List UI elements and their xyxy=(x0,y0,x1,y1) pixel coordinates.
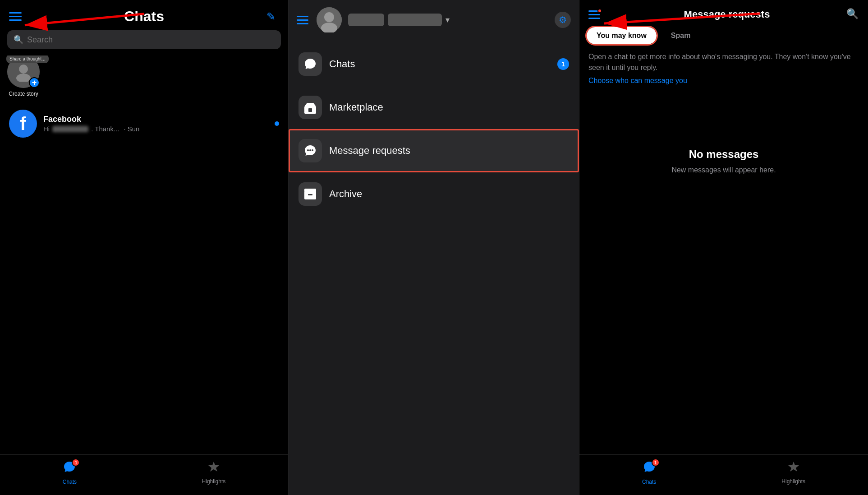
chats-menu-label: Chats xyxy=(329,58,355,70)
svg-rect-14 xyxy=(304,189,316,192)
search-input[interactable] xyxy=(27,35,275,45)
notification-dot xyxy=(597,9,602,13)
chats-nav-icon-p3: 1 xyxy=(643,460,656,477)
chats-badge-p3: 1 xyxy=(652,458,660,467)
menu-hamburger-icon[interactable] xyxy=(297,16,308,24)
tab-you-may-know[interactable]: You may know xyxy=(587,27,657,44)
nav-highlights-p3[interactable]: Highlights xyxy=(781,461,805,485)
message-requests-label: Message requests xyxy=(329,145,410,157)
page-title: Chats xyxy=(124,8,164,25)
no-messages-title: No messages xyxy=(689,148,759,161)
create-story-item[interactable]: Share a thought... + Create story xyxy=(7,56,40,97)
chats-nav-label-p3: Chats xyxy=(642,479,656,485)
chats-menu-icon xyxy=(299,52,322,76)
search-bar[interactable]: 🔍 xyxy=(7,30,281,49)
message-requests-menu-icon xyxy=(299,139,322,162)
menu-item-archive[interactable]: Archive xyxy=(289,172,579,216)
chats-badge: 1 xyxy=(72,458,80,467)
svg-point-0 xyxy=(19,65,28,74)
story-tooltip: Share a thought... xyxy=(6,56,49,63)
create-story-avatar: Share a thought... + xyxy=(7,56,40,88)
chats-nav-label: Chats xyxy=(63,479,77,485)
bottom-navigation: 1 Chats Highlights xyxy=(0,454,288,495)
archive-menu-label: Archive xyxy=(329,188,362,200)
archive-menu-icon xyxy=(299,182,322,206)
tab-spam[interactable]: Spam xyxy=(661,27,701,44)
menu-name-blocks: ▾ xyxy=(348,14,548,26)
highlights-nav-icon xyxy=(207,461,220,476)
svg-point-11 xyxy=(309,149,311,151)
dropdown-chevron[interactable]: ▾ xyxy=(445,14,450,26)
menu-panel: ▾ ⚙ Chats 1 Marketplace xyxy=(289,0,579,495)
chat-name: Facebook xyxy=(43,115,268,124)
bottom-navigation-p3: 1 Chats Highlights xyxy=(579,454,868,495)
svg-point-10 xyxy=(307,149,309,151)
story-plus-icon: + xyxy=(29,77,40,88)
chats-nav-icon: 1 xyxy=(63,460,76,477)
svg-point-1 xyxy=(16,74,31,82)
menu-header: ▾ ⚙ xyxy=(289,0,579,39)
menu-user-avatar xyxy=(317,7,342,32)
create-story-label: Create story xyxy=(9,91,38,97)
empty-state: No messages New messages will appear her… xyxy=(579,94,868,174)
choose-who-can-message-link[interactable]: Choose who can message you xyxy=(588,77,687,84)
search-icon: 🔍 xyxy=(14,35,23,45)
back-hamburger-icon[interactable] xyxy=(588,10,600,19)
menu-item-chats[interactable]: Chats 1 xyxy=(289,42,579,86)
message-requests-panel: Message requests 🔍 You may know Spam Ope… xyxy=(579,0,868,495)
compose-icon[interactable]: ✎ xyxy=(266,10,279,23)
highlights-nav-label: Highlights xyxy=(202,478,226,485)
marketplace-menu-icon xyxy=(299,96,322,119)
nav-chats[interactable]: 1 Chats xyxy=(63,460,77,485)
chat-info: Facebook Hi . Thank... · Sun xyxy=(43,115,268,133)
svg-point-6 xyxy=(324,12,334,22)
chat-list: f Facebook Hi . Thank... · Sun xyxy=(0,105,288,142)
svg-marker-16 xyxy=(788,462,799,472)
table-row[interactable]: f Facebook Hi . Thank... · Sun xyxy=(5,105,284,142)
chats-panel: Chats ✎ 🔍 Share a thought... + xyxy=(0,0,289,495)
no-messages-subtitle: New messages will appear here. xyxy=(671,166,776,174)
stories-row: Share a thought... + Create story xyxy=(0,56,288,105)
menu-item-marketplace[interactable]: Marketplace xyxy=(289,86,579,129)
avatar: f xyxy=(9,110,37,138)
name-block-2 xyxy=(388,14,442,26)
highlights-nav-label-p3: Highlights xyxy=(781,478,805,485)
chat-preview: Hi . Thank... · Sun xyxy=(43,125,268,133)
settings-gear-icon[interactable]: ⚙ xyxy=(555,12,571,28)
highlights-nav-icon-p3 xyxy=(787,461,800,476)
hamburger-menu-icon[interactable] xyxy=(9,12,22,21)
chat-time xyxy=(275,121,279,126)
svg-rect-15 xyxy=(308,194,312,195)
menu-list: Chats 1 Marketplace xyxy=(289,39,579,219)
header-icons: ✎ xyxy=(266,10,279,23)
info-description: Open a chat to get more info about who's… xyxy=(588,51,859,73)
unread-indicator xyxy=(275,121,279,126)
menu-item-message-requests[interactable]: Message requests xyxy=(289,129,579,172)
message-requests-header: Message requests 🔍 xyxy=(579,0,868,27)
svg-point-12 xyxy=(312,149,313,151)
nav-chats-p3[interactable]: 1 Chats xyxy=(642,460,656,485)
nav-highlights[interactable]: Highlights xyxy=(202,461,226,485)
svg-rect-9 xyxy=(308,108,312,112)
svg-marker-2 xyxy=(208,462,219,472)
tabs-row: You may know Spam xyxy=(579,27,868,44)
chats-menu-badge: 1 xyxy=(557,58,569,70)
message-requests-title: Message requests xyxy=(607,9,846,20)
info-box: Open a chat to get more info about who's… xyxy=(579,51,868,94)
chats-header: Chats ✎ xyxy=(0,0,288,30)
marketplace-menu-label: Marketplace xyxy=(329,102,383,113)
search-icon-header[interactable]: 🔍 xyxy=(846,8,859,21)
name-block-1 xyxy=(348,14,384,26)
blurred-text xyxy=(52,126,88,132)
